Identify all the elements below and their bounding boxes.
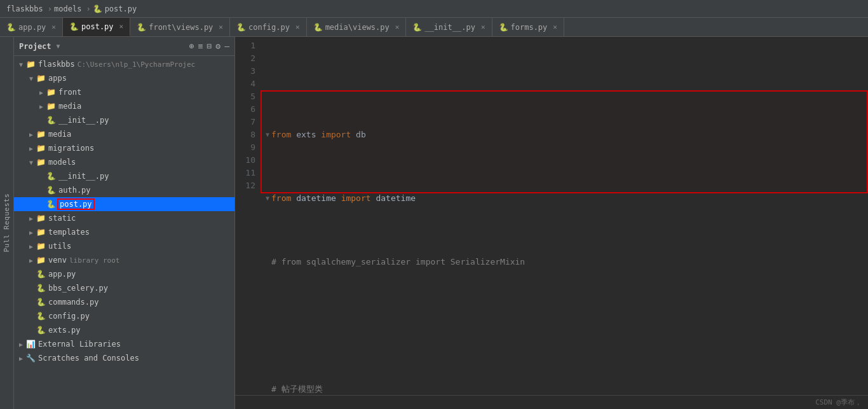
tab-close-front-views-py[interactable]: ✕ (219, 23, 223, 31)
tab-label-config-py: config.py (248, 23, 290, 32)
tree-label-init-apps: __init__.py (58, 116, 109, 125)
tab-close-forms-py[interactable]: ✕ (553, 23, 557, 31)
tree-arrow-apps: ▼ (27, 75, 36, 82)
tree-label-static: static (48, 214, 76, 223)
code-line-1: ▼ from exts import db (266, 128, 868, 141)
tree-item-static[interactable]: ▶ 📁 static (14, 211, 234, 225)
title-bar: flaskbbs › models › 🐍 post.py (0, 0, 868, 18)
tree-item-venv[interactable]: ▶ 📁 venv library root (14, 253, 234, 267)
tab-label-forms-py: forms.py (511, 23, 548, 32)
tree-label-init-models: __init__.py (58, 172, 109, 181)
tree-item-external-libs[interactable]: ▶ 📊 External Libraries (14, 337, 234, 351)
tree-label-root: flaskbbs (38, 60, 75, 69)
close-panel-icon[interactable]: — (224, 41, 229, 51)
tab-app-py[interactable]: 🐍 app.py ✕ (0, 18, 63, 36)
folder-icon-static: 📁 (36, 213, 46, 223)
tab-post-py[interactable]: 🐍 post.py ✕ (63, 18, 130, 36)
project-header-icons: ⊕ ≡ ⊟ ⚙ — (189, 41, 229, 51)
line-numbers: 1 2 3 4 5 6 7 8 9 10 11 12 (235, 37, 261, 395)
tab-icon-forms-py: 🐍 (499, 23, 508, 32)
tree-label-apps: apps (48, 74, 67, 83)
tree-arrow-media-apps: ▶ (37, 103, 46, 110)
tree-item-init-models[interactable]: ▶ 🐍 __init__.py (14, 169, 234, 183)
project-dropdown-arrow[interactable]: ▼ (57, 43, 60, 50)
tab-label-init-py: __init__.py (424, 23, 475, 32)
tree-item-app-py[interactable]: ▶ 🐍 app.py (14, 267, 234, 281)
watermark: CSDN @季布， (815, 398, 862, 407)
tree-item-scratches[interactable]: ▶ 🔧 Scratches and Consoles (14, 351, 234, 365)
tree-root[interactable]: ▼ 📁 flaskbbs C:\Users\nlp_1\PycharmProje… (14, 57, 234, 71)
tree-item-bbs-celery[interactable]: ▶ 🐍 bbs_celery.py (14, 281, 234, 295)
tree-item-init-apps[interactable]: ▶ 🐍 __init__.py (14, 113, 234, 127)
tab-label-app-py: app.py (18, 23, 46, 32)
tab-icon-config-py: 🐍 (236, 23, 245, 32)
tab-init-py[interactable]: 🐍 __init__.py ✕ (406, 18, 492, 36)
tree-item-templates[interactable]: ▶ 📁 templates (14, 225, 234, 239)
tree-item-exts[interactable]: ▶ 🐍 exts.py (14, 323, 234, 337)
tree-item-apps[interactable]: ▼ 📁 apps (14, 71, 234, 85)
project-name: flaskbbs (6, 4, 43, 13)
code-lines[interactable]: ▼ from exts import db ▼ from datetime im… (261, 37, 868, 395)
tree-label-app-py: app.py (48, 270, 76, 279)
tab-close-config-py[interactable]: ✕ (295, 23, 300, 31)
tree-item-config-root[interactable]: ▶ 🐍 config.py (14, 309, 234, 323)
breadcrumb-file: post.py (105, 4, 137, 13)
tree-item-commands[interactable]: ▶ 🐍 commands.py (14, 295, 234, 309)
code-content: 1 2 3 4 5 6 7 8 9 10 11 12 ▼ fro (235, 37, 868, 395)
code-line-2: ▼ from datetime import datetime (266, 192, 868, 205)
tree-item-media-apps[interactable]: ▶ 📁 media (14, 99, 234, 113)
left-panel: Pull Requests Project ▼ ⊕ ≡ ⊟ ⚙ — ▼ (0, 37, 235, 409)
project-panel-title: Project (19, 42, 51, 51)
tree-label-templates: templates (48, 228, 90, 237)
folder-icon-ext-libs: 📊 (25, 339, 36, 349)
py-icon-exts: 🐍 (36, 325, 46, 335)
py-icon-post: 🐍 (46, 199, 56, 209)
tab-close-post-py[interactable]: ✕ (119, 22, 124, 31)
folder-icon-migrations: 📁 (36, 143, 46, 153)
tree-label-scratches: Scratches and Consoles (38, 354, 139, 363)
tree-item-auth[interactable]: ▶ 🐍 auth.py (14, 183, 234, 197)
tab-label-media-views-py: media\views.py (325, 23, 390, 32)
tab-config-py[interactable]: 🐍 config.py ✕ (230, 18, 307, 36)
settings-icon[interactable]: ⚙ (215, 41, 220, 51)
tree-label-migrations: migrations (48, 144, 94, 153)
add-icon[interactable]: ⊕ (189, 41, 194, 51)
tab-front-views-py[interactable]: 🐍 front\views.py ✕ (130, 18, 230, 36)
collapse-icon[interactable]: ⊟ (207, 41, 212, 51)
tree-item-utils[interactable]: ▶ 📁 utils (14, 239, 234, 253)
project-header: Project ▼ ⊕ ≡ ⊟ ⚙ — (14, 37, 234, 56)
tab-close-init-py[interactable]: ✕ (481, 23, 485, 31)
tree-item-migrations[interactable]: ▶ 📁 migrations (14, 141, 234, 155)
py-icon-init-apps: 🐍 (46, 115, 56, 125)
tree-label-models: models (48, 158, 76, 167)
main-layout: Pull Requests Project ▼ ⊕ ≡ ⊟ ⚙ — ▼ (0, 37, 868, 409)
folder-icon-apps: 📁 (36, 73, 46, 83)
tree-label-post: post.py (58, 200, 93, 209)
tree-item-models[interactable]: ▼ 📁 models (14, 155, 234, 169)
tree-label-exts: exts.py (48, 326, 81, 335)
tree-label-utils: utils (48, 242, 71, 251)
folder-icon-scratches: 🔧 (25, 353, 36, 363)
tree-item-post[interactable]: ▶ 🐍 post.py (14, 197, 234, 211)
py-icon-bbs-celery: 🐍 (36, 283, 46, 293)
breadcrumb-models: models (54, 4, 81, 13)
tree-label-media-apps: media (58, 102, 81, 111)
tab-media-views-py[interactable]: 🐍 media\views.py ✕ (307, 18, 407, 36)
py-icon-auth: 🐍 (46, 185, 56, 195)
tab-icon-front-views-py: 🐍 (137, 23, 146, 32)
project-panel: Project ▼ ⊕ ≡ ⊟ ⚙ — ▼ 📁 flaskbbs C:\User (14, 37, 234, 409)
code-line-3: ▼ # from sqlalchemy_serializer import Se… (266, 256, 868, 268)
pull-requests-tab[interactable]: Pull Requests (0, 37, 14, 409)
venv-lib-label: library root (69, 256, 119, 265)
flatten-icon[interactable]: ≡ (198, 41, 203, 51)
tree-item-front[interactable]: ▶ 📁 front (14, 85, 234, 99)
tab-close-app-py[interactable]: ✕ (51, 23, 56, 31)
code-line-4: ▼ (266, 319, 868, 332)
folder-icon-media-apps: 📁 (46, 101, 56, 111)
py-icon-app: 🐍 (36, 269, 46, 279)
tab-forms-py[interactable]: 🐍 forms.py ✕ (492, 18, 564, 36)
code-line-5: ▼ # 帖子模型类 (266, 383, 868, 395)
tab-close-media-views-py[interactable]: ✕ (395, 23, 400, 31)
tree-item-media[interactable]: ▶ 📁 media (14, 127, 234, 141)
tree-label-media: media (48, 130, 71, 139)
